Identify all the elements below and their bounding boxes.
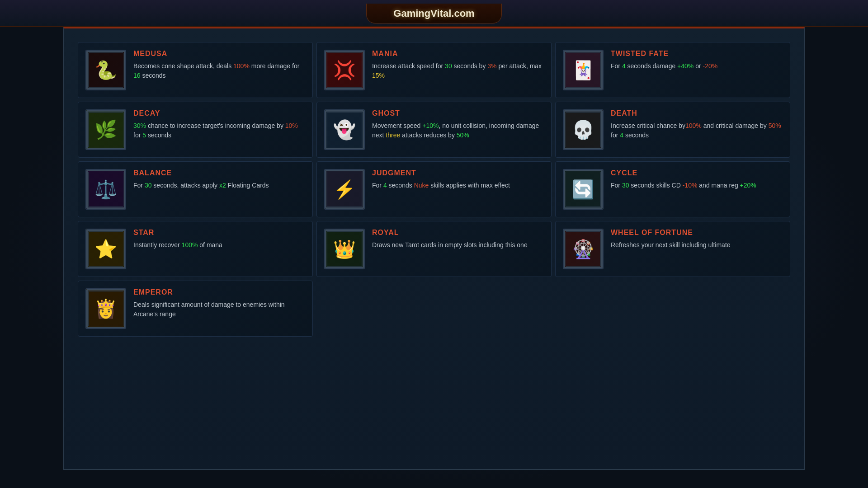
card-content-star: STARInstantly recover 100% of mana <box>133 229 305 250</box>
card-image-medusa: 🐍 <box>85 50 126 90</box>
card-image-emperor: 👸 <box>85 288 126 329</box>
card-desc-wheel_of_fortune: Refreshes your next skill including ulti… <box>611 240 783 250</box>
card-image-ghost: 👻 <box>324 109 365 150</box>
site-title: GamingVital.com <box>393 8 474 19</box>
card-image-star: ⭐ <box>85 229 126 269</box>
card-art-cycle: 🔄 <box>564 170 603 209</box>
card-art-mania: 💢 <box>325 51 364 89</box>
card-image-decay: 🌿 <box>85 109 126 150</box>
card-name-balance: BALANCE <box>133 169 305 177</box>
card-image-judgment: ⚡ <box>324 169 365 210</box>
card-art-emperor: 👸 <box>86 289 125 328</box>
card-image-cycle: 🔄 <box>563 169 604 210</box>
card-art-decay: 🌿 <box>86 110 125 149</box>
card-image-mania: 💢 <box>324 50 365 90</box>
card-name-judgment: JUDGMENT <box>372 169 544 177</box>
card-desc-royal: Draws new Tarot cards in empty slots inc… <box>372 240 544 250</box>
card-art-twisted_fate: 🃏 <box>564 51 603 89</box>
card-content-mania: MANIAIncrease attack speed for 30 second… <box>372 50 544 80</box>
card-ghost[interactable]: 👻GHOSTMovement speed +10%, no unit colli… <box>316 102 552 158</box>
card-art-wheel_of_fortune: 🎡 <box>564 230 603 268</box>
card-content-death: DEATHIncrease critical chance by100% and… <box>611 109 783 140</box>
card-desc-ghost: Movement speed +10%, no unit collision, … <box>372 121 544 140</box>
card-desc-star: Instantly recover 100% of mana <box>133 240 305 250</box>
card-name-death: DEATH <box>611 109 783 117</box>
card-content-emperor: EMPERORDeals significant amount of damag… <box>133 288 305 319</box>
card-art-royal: 👑 <box>325 230 364 268</box>
card-art-ghost: 👻 <box>325 110 364 149</box>
card-cycle[interactable]: 🔄CYCLEFor 30 seconds skills CD -10% and … <box>555 161 790 217</box>
card-desc-death: Increase critical chance by100% and crit… <box>611 121 783 140</box>
card-content-cycle: CYCLEFor 30 seconds skills CD -10% and m… <box>611 169 783 190</box>
card-desc-emperor: Deals significant amount of damage to en… <box>133 300 305 319</box>
card-art-star: ⭐ <box>86 230 125 268</box>
card-emperor[interactable]: 👸EMPERORDeals significant amount of dama… <box>78 281 313 337</box>
card-art-judgment: ⚡ <box>325 170 364 209</box>
card-name-emperor: EMPEROR <box>133 288 305 296</box>
card-content-balance: BALANCEFor 30 seconds, attacks apply x2 … <box>133 169 305 190</box>
card-content-medusa: MEDUSABecomes cone shape attack, deals 1… <box>133 50 305 80</box>
card-star[interactable]: ⭐STARInstantly recover 100% of mana <box>78 221 313 277</box>
card-name-ghost: GHOST <box>372 109 544 117</box>
card-desc-balance: For 30 seconds, attacks apply x2 Floatin… <box>133 181 305 190</box>
card-decay[interactable]: 🌿DECAY30% chance to increase target's in… <box>78 102 313 158</box>
main-container: 🐍MEDUSABecomes cone shape attack, deals … <box>63 27 805 470</box>
card-name-star: STAR <box>133 229 305 237</box>
card-name-mania: MANIA <box>372 50 544 58</box>
card-wheel_of_fortune[interactable]: 🎡WHEEL OF FORTUNERefreshes your next ski… <box>555 221 790 277</box>
card-content-ghost: GHOSTMovement speed +10%, no unit collis… <box>372 109 544 140</box>
card-desc-decay: 30% chance to increase target's incoming… <box>133 121 305 140</box>
card-mania[interactable]: 💢MANIAIncrease attack speed for 30 secon… <box>316 42 552 98</box>
card-image-royal: 👑 <box>324 229 365 269</box>
card-judgment[interactable]: ⚡JUDGMENTFor 4 seconds Nuke skills appli… <box>316 161 552 217</box>
card-royal[interactable]: 👑ROYALDraws new Tarot cards in empty slo… <box>316 221 552 277</box>
card-image-twisted_fate: 🃏 <box>563 50 604 90</box>
card-desc-cycle: For 30 seconds skills CD -10% and mana r… <box>611 181 783 190</box>
card-name-cycle: CYCLE <box>611 169 783 177</box>
card-desc-medusa: Becomes cone shape attack, deals 100% mo… <box>133 61 305 80</box>
card-art-death: 💀 <box>564 110 603 149</box>
card-art-balance: ⚖️ <box>86 170 125 209</box>
card-name-royal: ROYAL <box>372 229 544 237</box>
card-image-balance: ⚖️ <box>85 169 126 210</box>
card-death[interactable]: 💀DEATHIncrease critical chance by100% an… <box>555 102 790 158</box>
card-name-medusa: MEDUSA <box>133 50 305 58</box>
card-content-judgment: JUDGMENTFor 4 seconds Nuke skills applie… <box>372 169 544 190</box>
card-desc-twisted_fate: For 4 seconds damage +40% or -20% <box>611 61 783 71</box>
card-content-royal: ROYALDraws new Tarot cards in empty slot… <box>372 229 544 250</box>
card-content-twisted_fate: TWISTED FATEFor 4 seconds damage +40% or… <box>611 50 783 71</box>
card-image-wheel_of_fortune: 🎡 <box>563 229 604 269</box>
card-name-decay: DECAY <box>133 109 305 117</box>
card-name-wheel_of_fortune: WHEEL OF FORTUNE <box>611 229 783 237</box>
card-name-twisted_fate: TWISTED FATE <box>611 50 783 58</box>
card-medusa[interactable]: 🐍MEDUSABecomes cone shape attack, deals … <box>78 42 313 98</box>
card-balance[interactable]: ⚖️BALANCEFor 30 seconds, attacks apply x… <box>78 161 313 217</box>
cards-grid: 🐍MEDUSABecomes cone shape attack, deals … <box>78 42 790 337</box>
card-desc-judgment: For 4 seconds Nuke skills applies with m… <box>372 181 544 190</box>
card-twisted_fate[interactable]: 🃏TWISTED FATEFor 4 seconds damage +40% o… <box>555 42 790 98</box>
top-bar-decoration: GamingVital.com <box>366 4 502 23</box>
card-image-death: 💀 <box>563 109 604 150</box>
card-desc-mania: Increase attack speed for 30 seconds by … <box>372 61 544 80</box>
card-content-decay: DECAY30% chance to increase target's inc… <box>133 109 305 140</box>
card-content-wheel_of_fortune: WHEEL OF FORTUNERefreshes your next skil… <box>611 229 783 250</box>
card-art-medusa: 🐍 <box>86 51 125 89</box>
top-bar: GamingVital.com <box>0 0 868 27</box>
